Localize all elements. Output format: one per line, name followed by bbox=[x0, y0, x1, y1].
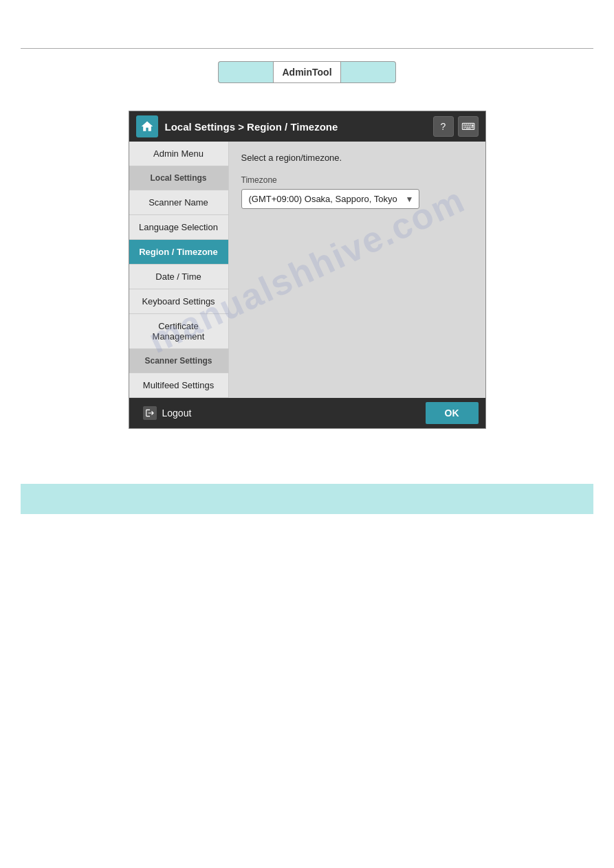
top-divider bbox=[21, 48, 593, 49]
home-icon[interactable] bbox=[136, 115, 158, 137]
admintool-bar: AdminTool bbox=[0, 61, 614, 83]
sidebar-item-scanner-name[interactable]: Scanner Name bbox=[129, 190, 228, 215]
bottom-section bbox=[21, 484, 593, 514]
logout-icon bbox=[143, 406, 157, 420]
sidebar-item-keyboard-settings[interactable]: Keyboard Settings bbox=[129, 289, 228, 314]
timezone-select-wrapper: (GMT+09:00) Osaka, Sapporo, Tokyo (GMT+0… bbox=[241, 189, 419, 209]
sidebar: Admin Menu Local Settings Scanner Name L… bbox=[129, 142, 229, 398]
sidebar-item-region-timezone[interactable]: Region / Timezone bbox=[129, 240, 228, 265]
panel-body: Admin Menu Local Settings Scanner Name L… bbox=[129, 142, 485, 398]
sidebar-item-date-time[interactable]: Date / Time bbox=[129, 265, 228, 289]
content-description: Select a region/timezone. bbox=[241, 153, 473, 163]
sidebar-item-language-selection[interactable]: Language Selection bbox=[129, 215, 228, 240]
sidebar-item-admin-menu[interactable]: Admin Menu bbox=[129, 142, 228, 166]
keyboard-icon[interactable]: ⌨ bbox=[458, 116, 479, 137]
help-icon[interactable]: ? bbox=[433, 116, 454, 137]
admintool-label: AdminTool bbox=[273, 61, 340, 83]
main-panel: manualshhive.com Local Settings > Region… bbox=[129, 111, 486, 429]
logout-label: Logout bbox=[162, 408, 192, 419]
header-icons: ? ⌨ bbox=[433, 116, 479, 137]
admintool-left-button[interactable] bbox=[218, 61, 273, 83]
logout-button[interactable]: Logout bbox=[136, 402, 199, 424]
sidebar-item-multifeed-settings[interactable]: Multifeed Settings bbox=[129, 373, 228, 398]
panel-header: Local Settings > Region / Timezone ? ⌨ bbox=[129, 111, 485, 142]
timezone-label: Timezone bbox=[241, 175, 473, 185]
admintool-right-button[interactable] bbox=[341, 61, 396, 83]
timezone-select[interactable]: (GMT+09:00) Osaka, Sapporo, Tokyo (GMT+0… bbox=[241, 189, 419, 209]
panel-footer: Logout OK bbox=[129, 398, 485, 428]
content-area: Select a region/timezone. Timezone (GMT+… bbox=[229, 142, 485, 398]
ok-button[interactable]: OK bbox=[426, 402, 479, 424]
sidebar-item-certificate-management[interactable]: Certificate Management bbox=[129, 314, 228, 349]
sidebar-item-local-settings[interactable]: Local Settings bbox=[129, 166, 228, 190]
panel-title: Local Settings > Region / Timezone bbox=[165, 121, 426, 133]
sidebar-item-scanner-settings[interactable]: Scanner Settings bbox=[129, 349, 228, 373]
